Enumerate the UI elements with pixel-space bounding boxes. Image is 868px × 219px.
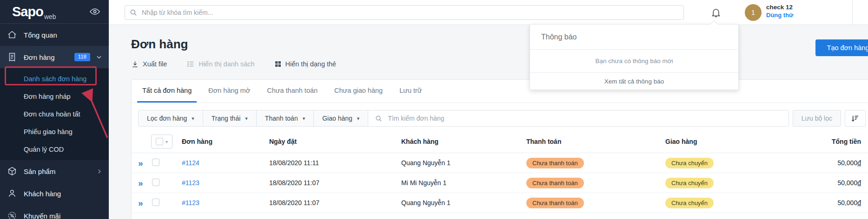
- help-button[interactable]: ? Trợ giúp: [855, 2, 868, 19]
- order-link[interactable]: #1124: [182, 159, 269, 167]
- page-title: Đơn hàng: [131, 37, 868, 52]
- expand-row-icon[interactable]: »: [138, 159, 152, 167]
- sidebar: Sapo web Tổng quan Đơn hàng 118 Danh sác…: [0, 0, 109, 219]
- column-header-shipping[interactable]: Giao hàng: [665, 138, 798, 145]
- column-header-customer[interactable]: Khách hàng: [401, 138, 526, 145]
- tab-unpaid-orders[interactable]: Chưa thanh toán: [262, 80, 323, 103]
- shipping-status-badge: Chưa chuyển: [665, 158, 714, 168]
- bell-icon[interactable]: [710, 7, 722, 18]
- filter-bar: Lọc đơn hàng ▾ Trạng thái ▾ Thanh toán ▾…: [138, 110, 866, 127]
- order-search-input[interactable]: [368, 110, 788, 126]
- orders-card: Tất cả đơn hàng Đơn hàng mở Chưa thanh t…: [131, 79, 868, 219]
- eye-icon[interactable]: [89, 6, 100, 17]
- home-icon: [7, 30, 17, 40]
- sidebar-item-label: Khách hàng: [24, 190, 61, 198]
- sidebar-item-label: Tổng quan: [24, 31, 57, 39]
- trial-plan-link[interactable]: Dùng thử: [766, 12, 794, 19]
- submenu-item-incomplete-orders[interactable]: Đơn chưa hoàn tất: [0, 105, 109, 123]
- sidebar-item-promotions[interactable]: Khuyến mãi: [0, 205, 109, 219]
- order-date: 18/08/2020 11:11: [269, 159, 401, 167]
- order-total: 50,000đ: [798, 199, 868, 206]
- select-all-dropdown[interactable]: ▾: [151, 135, 172, 148]
- submenu-item-delivery-notes[interactable]: Phiếu giao hàng: [0, 123, 109, 141]
- row-checkbox[interactable]: [152, 179, 159, 186]
- payment-status-badge: Chưa thanh toán: [526, 178, 584, 188]
- main-content: Đơn hàng Tạo đơn hàng Xuất file Hiển thị…: [109, 25, 868, 219]
- currency-symbol: đ: [857, 159, 861, 167]
- search-icon: [375, 115, 383, 122]
- shipping-filter-dropdown[interactable]: Giao hàng ▾: [314, 110, 368, 126]
- column-header-date[interactable]: Ngày đặt: [269, 138, 401, 145]
- global-search-input[interactable]: [125, 5, 684, 20]
- caret-down-icon: ▾: [245, 116, 248, 122]
- filter-orders-dropdown[interactable]: Lọc đơn hàng ▾: [139, 110, 203, 126]
- tab-archived-orders[interactable]: Lưu trữ: [394, 80, 427, 103]
- tab-unshipped-orders[interactable]: Chưa giao hàng: [329, 80, 388, 103]
- view-all-notifications-link[interactable]: Xem tất cả thông báo: [530, 73, 738, 90]
- filter-group: Lọc đơn hàng ▾ Trạng thái ▾ Thanh toán ▾…: [138, 110, 789, 127]
- tab-all-orders[interactable]: Tất cả đơn hàng: [137, 80, 197, 103]
- tab-open-orders[interactable]: Đơn hàng mở: [203, 80, 255, 103]
- create-order-button[interactable]: Tạo đơn hàng: [815, 39, 868, 56]
- topbar: 1 check 12 Dùng thử ? Trợ giúp: [109, 0, 868, 25]
- status-filter-dropdown[interactable]: Trạng thái ▾: [203, 110, 257, 126]
- export-file-button[interactable]: Xuất file: [131, 60, 167, 68]
- submenu-item-cod-management[interactable]: Quản lý COD: [0, 141, 109, 158]
- expand-row-icon[interactable]: »: [138, 179, 152, 187]
- order-date: 18/08/2020 11:07: [269, 199, 401, 206]
- shipping-status-badge: Chưa chuyển: [665, 198, 714, 208]
- submenu-item-draft-orders[interactable]: Đơn hàng nháp: [0, 88, 109, 105]
- sidebar-item-products[interactable]: Sản phẩm: [0, 160, 109, 182]
- order-link[interactable]: #1123: [182, 199, 269, 206]
- user-menu[interactable]: check 12 Dùng thử: [766, 4, 794, 19]
- promotions-icon: [7, 211, 17, 219]
- currency-symbol: đ: [857, 199, 861, 206]
- orders-icon: [7, 52, 17, 62]
- expand-row-icon[interactable]: »: [138, 199, 152, 207]
- sort-desc-icon: [851, 114, 860, 123]
- sidebar-item-label: Khuyến mãi: [24, 212, 60, 219]
- user-name: check 12: [766, 4, 794, 12]
- select-all-checkbox[interactable]: [156, 138, 163, 145]
- submenu-item-order-list[interactable]: Danh sách đơn hàng: [0, 70, 109, 88]
- save-filter-button[interactable]: Lưu bộ lọc: [793, 110, 841, 127]
- topbar-divider: [852, 0, 853, 25]
- column-header-total[interactable]: Tổng tiền: [798, 138, 868, 145]
- sidebar-item-orders[interactable]: Đơn hàng 118: [0, 46, 109, 68]
- payment-filter-dropdown[interactable]: Thanh toán ▾: [257, 110, 314, 126]
- download-icon: [131, 60, 139, 68]
- table-row[interactable]: » #1124 18/08/2020 11:11 Quang Nguyễn 1 …: [132, 153, 868, 173]
- notification-title: Thông báo: [530, 25, 738, 50]
- currency-symbol: đ: [857, 179, 861, 187]
- sort-button[interactable]: [845, 110, 866, 127]
- orders-submenu: Danh sách đơn hàng Đơn hàng nháp Đơn chư…: [0, 68, 109, 160]
- row-checkbox[interactable]: [152, 199, 159, 206]
- list-view-button[interactable]: Hiển thị danh sách: [186, 60, 254, 68]
- sidebar-item-customers[interactable]: Khách hàng: [0, 182, 109, 205]
- order-total: 50,000đ: [798, 179, 868, 187]
- customer-name: Mi Mi Nguyễn 1: [401, 179, 526, 187]
- avatar[interactable]: 1: [745, 4, 762, 21]
- grid-view-icon: [274, 60, 282, 68]
- customer-name: Quang Nguyễn 1: [401, 159, 526, 167]
- caret-down-icon: ▾: [192, 116, 194, 122]
- page-toolbar: Xuất file Hiển thị danh sách Hiển thị dạ…: [131, 60, 868, 68]
- column-header-order[interactable]: Đơn hàng: [182, 138, 269, 145]
- sidebar-item-label: Sản phẩm: [24, 167, 55, 175]
- table-header: ▾ Đơn hàng Ngày đặt Khách hàng Thanh toá…: [132, 130, 868, 153]
- column-header-payment[interactable]: Thanh toán: [526, 138, 665, 145]
- chevron-down-icon: [96, 54, 102, 60]
- notification-dropdown: Thông báo Bạn chưa có thông báo mới Xem …: [530, 24, 739, 90]
- row-checkbox[interactable]: [152, 159, 159, 166]
- card-view-button[interactable]: Hiển thị dạng thẻ: [274, 60, 337, 68]
- sapo-logo: Sapo: [12, 4, 43, 19]
- caret-down-icon: ▾: [303, 116, 305, 122]
- table-row[interactable]: » #1123 18/08/2020 11:07 Mi Mi Nguyễn 1 …: [132, 173, 868, 193]
- table-row[interactable]: » #1123 18/08/2020 11:07 Quang Nguyễn 1 …: [132, 193, 868, 213]
- caret-down-icon: ▾: [166, 139, 168, 144]
- customers-icon: [7, 188, 17, 199]
- order-link[interactable]: #1123: [182, 179, 269, 187]
- sidebar-item-overview[interactable]: Tổng quan: [0, 24, 109, 46]
- payment-status-badge: Chưa thanh toán: [526, 158, 584, 168]
- customer-name: Quang Nguyễn 1: [401, 199, 526, 206]
